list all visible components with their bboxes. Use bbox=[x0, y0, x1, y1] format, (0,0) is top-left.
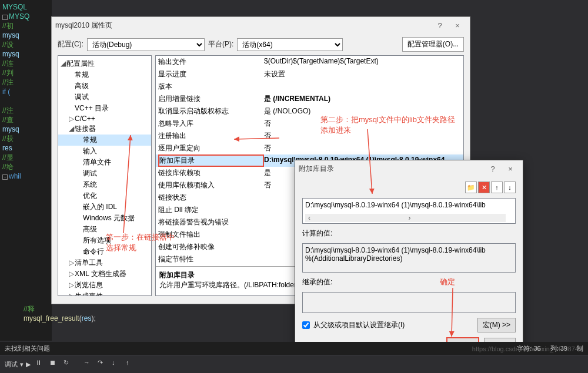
tree-item[interactable]: 所有选项 bbox=[58, 235, 151, 246]
property-row[interactable]: 输出文件$(OutDir)$(TargetName)$(TargetExt) bbox=[156, 56, 463, 68]
help-icon[interactable]: ? bbox=[484, 164, 502, 173]
tree-item[interactable]: Windows 元数据 bbox=[58, 213, 151, 224]
property-row[interactable]: 忽略导入库否 bbox=[156, 117, 463, 130]
help-icon[interactable]: ? bbox=[431, 21, 449, 30]
tree-item[interactable]: 输入 bbox=[58, 146, 151, 157]
path-input[interactable]: D:\mysql\mysql-8.0.19-winx64 (1)\mysql-8… bbox=[302, 198, 516, 224]
property-row[interactable]: 逐用户重定向否 bbox=[156, 142, 463, 154]
property-row[interactable]: 版本 bbox=[156, 80, 463, 93]
close-icon[interactable]: × bbox=[449, 21, 466, 30]
tree-item[interactable]: 常规 bbox=[58, 135, 151, 146]
sub-dialog-title: 附加库目录 bbox=[299, 164, 484, 174]
property-row[interactable]: 注册输出否 bbox=[156, 130, 463, 142]
tree-item[interactable]: 高级 bbox=[58, 80, 151, 92]
property-row[interactable]: 显示进度未设置 bbox=[156, 68, 463, 80]
tree-item[interactable]: 系统 bbox=[58, 179, 151, 190]
computed-label: 计算的值: bbox=[302, 228, 516, 238]
tree-item[interactable]: ▷C/C++ bbox=[58, 114, 151, 123]
platform-select[interactable]: 活动(x64) bbox=[237, 38, 343, 51]
inherit-check-label: 从父级或项目默认设置继承(I) bbox=[313, 320, 405, 330]
tree-item[interactable]: ▷清单工具 bbox=[58, 257, 151, 268]
dialog-title: mysql2010 属性页 bbox=[55, 21, 431, 31]
step-icon: → bbox=[83, 359, 94, 369]
sub-toolbar: 📁 ✕ ↑ ↓ bbox=[302, 182, 516, 193]
step-out-icon: ↑ bbox=[126, 359, 136, 369]
delete-icon[interactable]: ✕ bbox=[478, 182, 490, 193]
tree-item[interactable]: ▷浏览信息 bbox=[58, 280, 151, 291]
code-line: //释 mysql_free_result(res); bbox=[24, 304, 96, 322]
debug-toolbar: 调试 ▾ ▶ ⏸ ⏹ ↻ → ↷ ↓ ↑ bbox=[0, 355, 588, 373]
close-icon[interactable]: × bbox=[502, 164, 519, 173]
tree-item[interactable]: ◢配置属性 bbox=[58, 58, 151, 69]
tree-item[interactable]: 嵌入的 IDL bbox=[58, 201, 151, 213]
restart-icon: ↻ bbox=[64, 359, 74, 369]
tree-item[interactable]: ▷XML 文档生成器 bbox=[58, 268, 151, 280]
tree-item[interactable]: 清单文件 bbox=[58, 157, 151, 168]
property-row[interactable]: 启用增量链接是 (/INCREMENTAL) bbox=[156, 93, 463, 105]
tree-item[interactable]: 调试 bbox=[58, 168, 151, 179]
debug-label: 调试 bbox=[5, 360, 18, 369]
tree-item[interactable]: ◢链接器 bbox=[58, 123, 151, 135]
additional-lib-dirs-dialog: 附加库目录 ? × 📁 ✕ ↑ ↓ D:\mysql\mysql-8.0.19-… bbox=[295, 160, 523, 359]
move-down-icon[interactable]: ↓ bbox=[504, 182, 516, 193]
config-select[interactable]: 活动(Debug) bbox=[87, 38, 205, 51]
computed-values: D:\mysql\mysql-8.0.19-winx64 (1)\mysql-8… bbox=[302, 243, 516, 273]
pause-icon: ⏸ bbox=[35, 359, 46, 369]
watermark: https://blog.csdn.net/weixin_44438749 bbox=[472, 345, 582, 352]
inherit-label: 继承的值: bbox=[302, 277, 516, 287]
status-message: 未找到相关问题 bbox=[5, 344, 50, 353]
step-into-icon: ↓ bbox=[112, 359, 122, 369]
move-up-icon[interactable]: ↑ bbox=[491, 182, 503, 193]
platform-label: 平台(P): bbox=[208, 39, 233, 49]
property-row[interactable]: 取消显示启动版权标志是 (/NOLOGO) bbox=[156, 105, 463, 117]
inherit-values bbox=[302, 292, 516, 313]
tree-item[interactable]: 调试 bbox=[58, 92, 151, 103]
tree-item[interactable]: ▷生成事件 bbox=[58, 291, 151, 296]
titlebar: mysql2010 属性页 ? × bbox=[52, 17, 470, 33]
code-editor: MYSQL -MYSQ //初 mysq //设 mysq //连 //判 //… bbox=[0, 0, 52, 341]
tree-item[interactable]: 命令行 bbox=[58, 246, 151, 257]
config-label: 配置(C): bbox=[58, 39, 83, 49]
step-over-icon: ↷ bbox=[98, 359, 108, 369]
inherit-checkbox[interactable] bbox=[302, 321, 310, 329]
stop-icon: ⏹ bbox=[49, 359, 60, 369]
tree-item[interactable]: 高级 bbox=[58, 224, 151, 235]
new-folder-icon[interactable]: 📁 bbox=[465, 182, 477, 193]
tree-item[interactable]: 常规 bbox=[58, 69, 151, 80]
tree-item[interactable]: 优化 bbox=[58, 190, 151, 201]
tree-item[interactable]: VC++ 目录 bbox=[58, 103, 151, 114]
sub-titlebar: 附加库目录 ? × bbox=[295, 160, 523, 177]
category-tree[interactable]: ◢配置属性常规高级调试VC++ 目录▷C/C++◢链接器常规输入清单文件调试系统… bbox=[58, 55, 152, 296]
config-manager-button[interactable]: 配置管理器(O)... bbox=[402, 37, 464, 52]
macro-button[interactable]: 宏(M) >> bbox=[477, 318, 516, 332]
